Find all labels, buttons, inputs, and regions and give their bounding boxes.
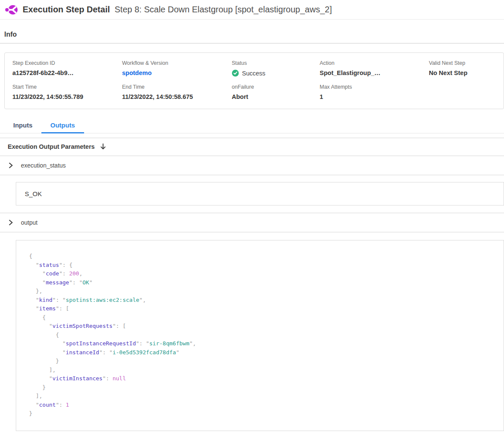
params-heading-label: Execution Output Parameters — [8, 143, 95, 150]
field-label: Workflow & Version — [122, 60, 232, 66]
param-name-output: output — [21, 219, 38, 226]
status-badge: Success — [242, 70, 265, 77]
execution-status-row: execution_status — [0, 156, 504, 175]
field-value: 1 — [320, 93, 429, 100]
field-valid-next-step: Valid Next Step No Next Step — [429, 60, 496, 77]
field-value: 11/23/2022, 14:50:58.675 — [122, 93, 232, 100]
execution-status-value-box: S_OK — [16, 182, 504, 205]
field-label: Max Attempts — [320, 84, 429, 90]
spacer-cell — [429, 84, 496, 100]
chevron-right-icon[interactable] — [8, 162, 14, 168]
field-workflow-version: Workflow & Version spotdemo — [122, 60, 232, 77]
page-title: Execution Step Detail — [23, 5, 110, 14]
page-subtitle: Step 8: Scale Down Elastgroup [spot_elas… — [115, 5, 332, 14]
chevron-right-icon[interactable] — [8, 220, 14, 226]
field-label: onFailure — [232, 84, 320, 90]
field-value: Spot_Elastigroup_… — [320, 69, 429, 76]
field-label: End Time — [122, 84, 232, 90]
field-end-time: End Time 11/23/2022, 14:50:58.675 — [122, 84, 232, 100]
download-outputs-icon[interactable] — [100, 143, 106, 150]
info-section-heading: Info — [0, 31, 504, 43]
field-label: Action — [320, 60, 429, 66]
field-step-execution-id: Step Execution ID a125728f-6b22-4b9… — [12, 60, 122, 77]
field-label: Valid Next Step — [429, 60, 496, 66]
field-value: 11/23/2022, 14:50:55.789 — [12, 93, 122, 100]
field-value: a125728f-6b22-4b9… — [12, 69, 122, 76]
field-action: Action Spot_Elastigroup_… — [320, 60, 429, 77]
field-label: Step Execution ID — [12, 60, 122, 66]
tab-outputs[interactable]: Outputs — [41, 118, 84, 133]
io-tab-bar: Inputs Outputs — [0, 118, 504, 133]
output-json-code: { "status": { "code": 200, "message": "O… — [29, 252, 491, 418]
page-header: Execution Step Detail Step 8: Scale Down… — [0, 0, 504, 20]
output-json-box: { "status": { "code": 200, "message": "O… — [16, 240, 504, 431]
info-card: Step Execution ID a125728f-6b22-4b9… Wor… — [4, 52, 504, 109]
field-max-attempts: Max Attempts 1 — [320, 84, 429, 100]
field-value: No Next Step — [429, 69, 496, 76]
field-value: Abort — [232, 93, 320, 100]
field-label: Status — [232, 60, 320, 66]
field-status: Status Success — [232, 60, 320, 77]
output-row: output — [0, 213, 504, 232]
tab-inputs[interactable]: Inputs — [4, 118, 41, 133]
execution-output-parameters-heading: Execution Output Parameters — [0, 138, 504, 156]
spacer — [0, 133, 504, 138]
field-start-time: Start Time 11/23/2022, 14:50:55.789 — [12, 84, 122, 100]
field-label: Start Time — [12, 84, 122, 90]
param-name-execution-status: execution_status — [21, 162, 66, 169]
workflow-link[interactable]: spotdemo — [122, 69, 232, 76]
spot-connect-logo-icon — [4, 4, 18, 16]
field-onfailure: onFailure Abort — [232, 84, 320, 100]
success-check-icon — [232, 69, 239, 77]
